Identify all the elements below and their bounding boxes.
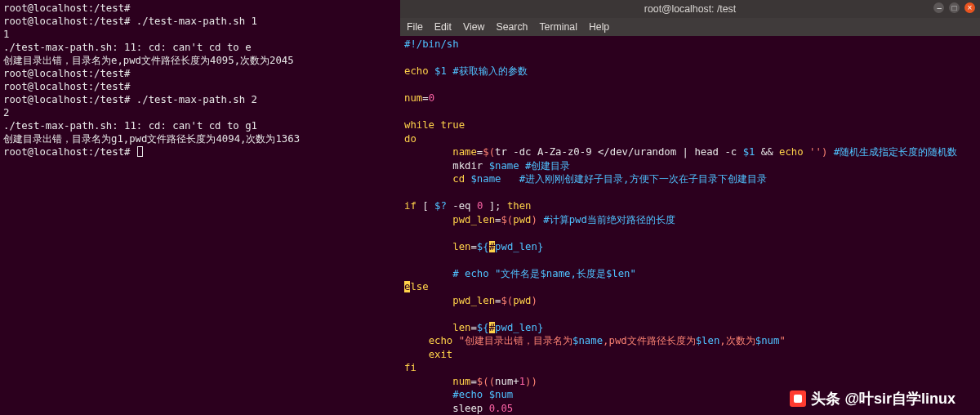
code-line: [404, 226, 976, 240]
code-line: len=${#pwd_len}: [404, 240, 976, 254]
code-line: [404, 253, 976, 267]
editor-window: root@localhost: /test ‒ □ × FileEditView…: [400, 0, 980, 415]
code-line: mkdir $name #创建目录: [404, 159, 976, 173]
terminal-line: root@localhost:/test# ./test-max-path.sh…: [3, 15, 397, 28]
terminal-line: root@localhost:/test# ./test-max-path.sh…: [3, 93, 397, 106]
menu-item-search[interactable]: Search: [496, 21, 528, 33]
code-line: [404, 78, 976, 92]
menu-item-help[interactable]: Help: [589, 21, 609, 33]
cursor-icon: [137, 146, 143, 157]
titlebar: root@localhost: /test ‒ □ ×: [400, 0, 980, 18]
code-line: while true: [404, 118, 976, 132]
code-line: pwd_len=$(pwd) #计算pwd当前绝对路径的长度: [404, 213, 976, 227]
code-line: cd $name #进入刚刚创建好子目录,方便下一次在子目录下创建目录: [404, 172, 976, 186]
terminal-line: ./test-max-path.sh: 11: cd: can't cd to …: [3, 41, 397, 54]
code-line: fi: [404, 361, 976, 375]
minimize-button[interactable]: ‒: [933, 2, 944, 13]
watermark-logo-icon: [790, 390, 806, 407]
code-line: echo "创建目录出错，目录名为$name,pwd文件路径长度为$len,次数…: [404, 334, 976, 348]
menu-item-edit[interactable]: Edit: [434, 21, 452, 33]
code-line: [404, 105, 976, 119]
code-line: else: [404, 280, 976, 294]
terminal-line: ./test-max-path.sh: 11: cd: can't cd to …: [3, 119, 397, 132]
code-line: pwd_len=$(pwd): [404, 294, 976, 308]
code-line: # echo "文件名是$name,长度是$len": [404, 267, 976, 281]
terminal-line: 创建目录出错，目录名为e,pwd文件路径长度为4095,次数为2045: [3, 54, 397, 67]
terminal-line: root@localhost:/test#: [3, 145, 397, 158]
close-button[interactable]: ×: [964, 2, 975, 13]
menu-bar: FileEditViewSearchTerminalHelp: [400, 18, 980, 36]
code-line: #!/bin/sh: [404, 38, 976, 51]
code-line: exit: [404, 348, 976, 362]
terminal-line: root@localhost:/test#: [3, 2, 397, 15]
code-line: num=$((num+1)): [404, 375, 976, 389]
terminal-line: 1: [3, 28, 397, 41]
code-line: do: [404, 132, 976, 146]
menu-item-file[interactable]: File: [407, 21, 423, 33]
menu-item-terminal[interactable]: Terminal: [539, 21, 577, 33]
code-line: [404, 307, 976, 321]
code-line: [404, 186, 976, 200]
code-line: len=${#pwd_len}: [404, 321, 976, 335]
watermark-text: 头条 @叶sir自学linux: [811, 389, 956, 408]
watermark: 头条 @叶sir自学linux: [790, 389, 956, 408]
code-line: if [ $? -eq 0 ]; then: [404, 199, 976, 213]
code-editor[interactable]: #!/bin/sh echo $1 #获取输入的参数 num=0 while t…: [400, 36, 980, 415]
terminal-left[interactable]: root@localhost:/test#root@localhost:/tes…: [0, 0, 400, 415]
maximize-button[interactable]: □: [949, 2, 960, 13]
terminal-line: 创建目录出错，目录名为g1,pwd文件路径长度为4094,次数为1363: [3, 132, 397, 145]
window-title: root@localhost: /test: [644, 3, 736, 15]
terminal-line: root@localhost:/test#: [3, 67, 397, 80]
code-line: echo $1 #获取输入的参数: [404, 65, 976, 78]
terminal-line: root@localhost:/test#: [3, 80, 397, 93]
code-line: name=$(tr -dc A-Za-z0-9 </dev/urandom | …: [404, 145, 976, 159]
menu-item-view[interactable]: View: [463, 21, 484, 33]
code-line: [404, 51, 976, 65]
terminal-line: 2: [3, 106, 397, 119]
code-line: num=0: [404, 91, 976, 105]
